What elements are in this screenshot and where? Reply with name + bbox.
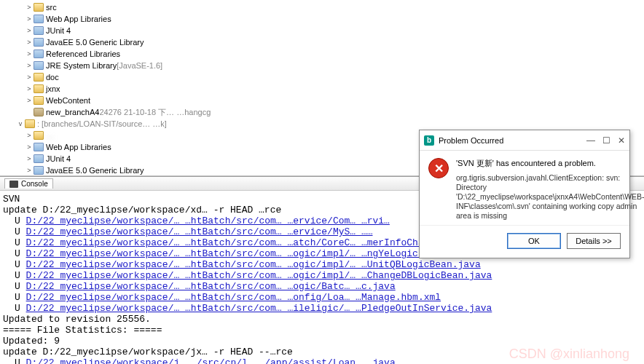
tree-label: WebContent: [46, 96, 90, 105]
lib-icon: [34, 61, 44, 70]
tree-label: …: [46, 131, 54, 140]
tree-item[interactable]: >src: [3, 1, 641, 13]
lib-icon: [34, 143, 44, 151]
lib-icon: [34, 166, 44, 175]
console-link[interactable]: D:/22_myeclipse/workspace/… …htBatch/src…: [26, 270, 492, 281]
console-link[interactable]: D:/22_myeclipse/workspace/… …htBatch/src…: [26, 259, 481, 270]
tree-item[interactable]: new_branchA4 24276 21-10-18 下… …hangcg: [3, 106, 641, 118]
tree-label: JavaEE 5.0 Generic Library: [46, 38, 144, 47]
console-link[interactable]: D:/22_myeclipse/workspace/… …htBatch/src…: [26, 303, 492, 314]
console-link[interactable]: D:/22_myeclipse/workspace/… …htBatch/src…: [26, 215, 390, 226]
console-link[interactable]: D:/22_myeclipse/workspace/j… …/src/cn/l……: [26, 357, 396, 364]
tree-item[interactable]: >jxnx: [3, 83, 641, 95]
console-link[interactable]: D:/22_myeclipse/workspace/… …htBatch/src…: [26, 248, 470, 259]
lib-icon: [34, 50, 44, 58]
tree-label: new_branchA4: [46, 108, 99, 116]
folder-icon: [34, 73, 44, 82]
maximize-icon[interactable]: ☐: [602, 135, 610, 146]
tree-label: doc: [46, 73, 59, 82]
jar-icon: [34, 108, 44, 116]
close-icon[interactable]: ✕: [618, 135, 625, 146]
console-tab-label: Console: [21, 180, 48, 188]
details-button[interactable]: Details >>: [567, 233, 621, 249]
tree-label: JUnit 4: [46, 26, 71, 35]
folder-icon: [34, 131, 44, 140]
lib-icon: [34, 15, 44, 23]
console-link[interactable]: D:/22_myeclipse/workspace/… …htBatch/src…: [26, 281, 396, 292]
tree-label: Web App Libraries: [46, 143, 111, 151]
console-link[interactable]: D:/22_myeclipse/workspace/… …htBatch/src…: [26, 226, 373, 237]
dialog-detail: org.tigris.subversion.javahl.ClientExcep…: [456, 173, 644, 221]
app-icon: b: [424, 135, 434, 146]
lib-icon: [34, 154, 44, 163]
console-link[interactable]: D:/22_myeclipse/workspace/… …htBatch/src…: [26, 237, 475, 248]
ok-button[interactable]: OK: [507, 233, 561, 249]
error-icon: ✕: [428, 158, 449, 178]
lib-icon: [34, 26, 44, 35]
tree-label: Web App Libraries: [46, 15, 111, 23]
console-line: Updated to revision 25556.: [3, 314, 641, 325]
dialog-title: Problem Occurred: [439, 136, 503, 145]
tree-label: JavaEE 5.0 Generic Library: [46, 166, 144, 175]
tree-item[interactable]: >Referenced Libraries: [3, 48, 641, 60]
tree-label: Referenced Libraries: [46, 50, 120, 58]
lib-icon: [34, 38, 44, 47]
folder-icon: [34, 3, 44, 12]
tree-label: JRE System Library: [46, 61, 117, 70]
folder-icon: [34, 84, 44, 93]
tree-label: JUnit 4: [46, 154, 71, 163]
dialog-titlebar[interactable]: b Problem Occurred — ☐ ✕: [420, 130, 629, 151]
tree-item[interactable]: >Web App Libraries: [3, 13, 641, 25]
console-tab[interactable]: Console: [4, 178, 53, 189]
tree-label: src: [46, 3, 57, 12]
tree-label: jxnx: [46, 84, 60, 93]
tree-item[interactable]: >JavaEE 5.0 Generic Library: [3, 36, 641, 48]
tree-item[interactable]: v: [branches/LOAN-SIT/source… …k]: [3, 118, 641, 130]
console-line: ===== File Statistics: =====: [3, 325, 641, 336]
tree-item[interactable]: >doc: [3, 71, 641, 83]
console-line: update D:/22_myeclipse/workspace/jx… -r …: [3, 347, 641, 357]
minimize-icon[interactable]: —: [586, 135, 595, 146]
tree-item[interactable]: >WebContent: [3, 95, 641, 106]
console-link[interactable]: D:/22_myeclipse/workspace/… …htBatch/src…: [26, 292, 441, 303]
dialog-headline: 'SVN 更新' has encountered a problem.: [456, 158, 644, 169]
folder-icon: [34, 96, 44, 105]
tree-item[interactable]: >JRE System Library [JavaSE-1.6]: [3, 60, 641, 71]
folder-icon: [25, 119, 35, 128]
problem-dialog: b Problem Occurred — ☐ ✕ ✕ 'SVN 更新' has …: [419, 130, 630, 258]
console-icon: [9, 181, 18, 188]
tree-item[interactable]: >JUnit 4: [3, 25, 641, 36]
console-line: Updated: 9: [3, 336, 641, 347]
